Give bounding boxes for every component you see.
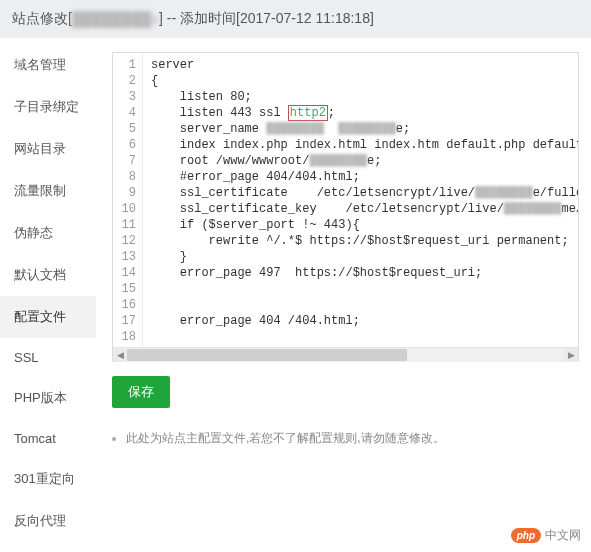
config-editor[interactable]: 123456789101112131415161718 server{ list… [112, 52, 579, 362]
line-number: 1 [113, 57, 136, 73]
code-line[interactable]: rewrite ^/.*$ https://$host$request_uri … [151, 233, 578, 249]
sidebar-item-5[interactable]: 默认文档 [0, 254, 96, 296]
code-line[interactable]: listen 443 ssl http2; [151, 105, 578, 121]
sidebar-item-8[interactable]: PHP版本 [0, 377, 96, 419]
header-suffix: ] -- 添加时间[2017-07-12 11:18:18] [159, 10, 374, 26]
code-line[interactable]: listen 80; [151, 89, 578, 105]
code-line[interactable]: #error_page 404/404.html; [151, 169, 578, 185]
watermark: php 中文网 [511, 524, 581, 546]
line-number: 6 [113, 137, 136, 153]
scroll-track[interactable] [127, 348, 564, 362]
code-line[interactable]: server [151, 57, 578, 73]
line-number: 17 [113, 313, 136, 329]
code-line[interactable]: } [151, 249, 578, 265]
watermark-text: 中文网 [545, 527, 581, 544]
line-number: 2 [113, 73, 136, 89]
editor-code[interactable]: server{ listen 80; listen 443 ssl http2;… [143, 53, 578, 347]
sidebar-item-12[interactable]: 风险扫描 [0, 542, 96, 552]
editor-gutter: 123456789101112131415161718 [113, 53, 143, 347]
line-number: 4 [113, 105, 136, 121]
sidebar-item-3[interactable]: 流量限制 [0, 170, 96, 212]
sidebar-item-10[interactable]: 301重定向 [0, 458, 96, 500]
header-domain-masked: ████████e [72, 11, 159, 27]
sidebar-item-6[interactable]: 配置文件 [0, 296, 96, 338]
line-number: 11 [113, 217, 136, 233]
code-line[interactable]: { [151, 73, 578, 89]
sidebar-nav: 域名管理子目录绑定网站目录流量限制伪静态默认文档配置文件SSLPHP版本Tomc… [0, 38, 96, 552]
line-number: 18 [113, 329, 136, 345]
bullet-icon [112, 437, 116, 441]
line-number: 5 [113, 121, 136, 137]
code-line[interactable]: ssl_certificate_key /etc/letsencrypt/liv… [151, 201, 578, 217]
hint-text: 此处为站点主配置文件,若您不了解配置规则,请勿随意修改。 [126, 430, 445, 447]
code-line[interactable]: error_page 497 https://$host$request_uri… [151, 265, 578, 281]
code-line[interactable]: if ($server_port !~ 443){ [151, 217, 578, 233]
config-hint: 此处为站点主配置文件,若您不了解配置规则,请勿随意修改。 [112, 430, 579, 447]
line-number: 7 [113, 153, 136, 169]
line-number: 14 [113, 265, 136, 281]
scroll-left-icon[interactable]: ◀ [113, 348, 127, 362]
line-number: 12 [113, 233, 136, 249]
code-line[interactable]: server_name ████████ ████████e; [151, 121, 578, 137]
sidebar-item-1[interactable]: 子目录绑定 [0, 86, 96, 128]
code-line[interactable] [151, 281, 578, 297]
sidebar-item-9[interactable]: Tomcat [0, 419, 96, 458]
line-number: 13 [113, 249, 136, 265]
sidebar-item-2[interactable]: 网站目录 [0, 128, 96, 170]
line-number: 10 [113, 201, 136, 217]
scroll-thumb[interactable] [127, 349, 407, 361]
main-panel: 123456789101112131415161718 server{ list… [96, 38, 591, 552]
header-prefix: 站点修改[ [12, 10, 72, 26]
code-line[interactable]: index index.php index.html index.htm def… [151, 137, 578, 153]
modal-header: 站点修改[████████e] -- 添加时间[2017-07-12 11:18… [0, 0, 591, 38]
code-line[interactable] [151, 297, 578, 313]
line-number: 16 [113, 297, 136, 313]
scroll-right-icon[interactable]: ▶ [564, 348, 578, 362]
code-line[interactable]: root /www/wwwroot/████████e; [151, 153, 578, 169]
editor-horizontal-scrollbar[interactable]: ◀ ▶ [113, 347, 578, 361]
code-line[interactable]: ssl_certificate /etc/letsencrypt/live/██… [151, 185, 578, 201]
save-button[interactable]: 保存 [112, 376, 170, 408]
sidebar-item-0[interactable]: 域名管理 [0, 44, 96, 86]
sidebar-item-11[interactable]: 反向代理 [0, 500, 96, 542]
line-number: 3 [113, 89, 136, 105]
line-number: 9 [113, 185, 136, 201]
sidebar-item-4[interactable]: 伪静态 [0, 212, 96, 254]
code-line[interactable]: error_page 404 /404.html; [151, 313, 578, 329]
watermark-badge: php [511, 528, 541, 543]
sidebar-item-7[interactable]: SSL [0, 338, 96, 377]
line-number: 8 [113, 169, 136, 185]
line-number: 15 [113, 281, 136, 297]
